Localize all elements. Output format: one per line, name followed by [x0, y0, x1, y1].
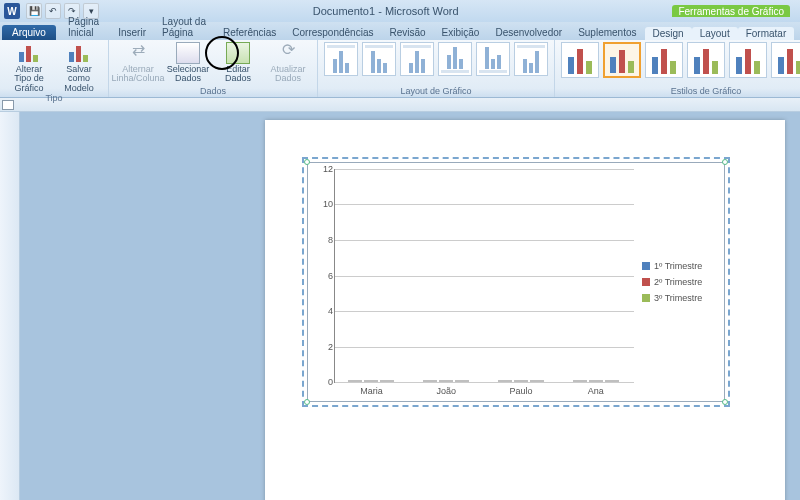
y-axis-label: 12: [315, 164, 333, 174]
legend-item[interactable]: 3º Trimestre: [642, 293, 720, 303]
legend-swatch: [642, 262, 650, 270]
chart-style-option[interactable]: [771, 42, 800, 78]
ribbon-group-layout: Layout de Gráfico: [318, 40, 555, 97]
gridline: [335, 311, 634, 312]
data-bar[interactable]: [605, 380, 619, 382]
chart-layout-option[interactable]: [438, 42, 472, 76]
button-label: Atualizar Dados: [265, 65, 311, 84]
y-axis-label: 0: [315, 377, 333, 387]
resize-handle[interactable]: [722, 159, 728, 165]
data-bar[interactable]: [364, 380, 378, 382]
data-bar[interactable]: [439, 380, 453, 382]
tab-file[interactable]: Arquivo: [2, 25, 56, 40]
tab-view[interactable]: Exibição: [434, 25, 488, 40]
refresh-icon: ⟳: [276, 42, 300, 64]
tab-chart-format[interactable]: Formatar: [738, 27, 795, 40]
chart-layout-option[interactable]: [362, 42, 396, 76]
vertical-ruler[interactable]: [0, 112, 20, 500]
button-label: Alterar Tipo de Gráfico: [6, 65, 52, 93]
tab-review[interactable]: Revisão: [381, 25, 433, 40]
category-group: Ana: [573, 380, 619, 382]
data-bar[interactable]: [514, 380, 528, 382]
button-label: Editar Dados: [215, 65, 261, 84]
page[interactable]: 024681012MariaJoãoPauloAna 1º Trimestre2…: [265, 120, 785, 500]
tab-insert[interactable]: Inserir: [110, 25, 154, 40]
data-bar[interactable]: [455, 380, 469, 382]
chart-style-option[interactable]: [729, 42, 767, 78]
ribbon: Alterar Tipo de Gráfico Salvar como Mode…: [0, 40, 800, 98]
gridline: [335, 169, 634, 170]
qat-save-button[interactable]: 💾: [26, 3, 42, 19]
y-axis-label: 6: [315, 271, 333, 281]
switch-row-column-button: ⇄ Alternar Linha/Coluna: [115, 42, 161, 84]
tab-page-layout[interactable]: Layout da Página: [154, 14, 215, 40]
data-bar[interactable]: [423, 380, 437, 382]
legend-item[interactable]: 2º Trimestre: [642, 277, 720, 287]
y-axis-label: 10: [315, 199, 333, 209]
category-group: Maria: [348, 380, 394, 382]
tab-chart-layout[interactable]: Layout: [692, 27, 738, 40]
data-bar[interactable]: [348, 380, 362, 382]
data-bar[interactable]: [498, 380, 512, 382]
chart-plot-area[interactable]: 024681012MariaJoãoPauloAna: [308, 163, 638, 401]
legend-item[interactable]: 1º Trimestre: [642, 261, 720, 271]
x-axis-label: Ana: [566, 386, 626, 396]
resize-handle[interactable]: [304, 399, 310, 405]
x-axis-label: Paulo: [491, 386, 551, 396]
data-bar[interactable]: [380, 380, 394, 382]
chart-style-option[interactable]: [645, 42, 683, 78]
spreadsheet-icon: [226, 42, 250, 64]
tab-mailings[interactable]: Correspondências: [284, 25, 381, 40]
resize-handle[interactable]: [722, 399, 728, 405]
tab-home[interactable]: Página Inicial: [60, 14, 110, 40]
refresh-data-button: ⟳ Atualizar Dados: [265, 42, 311, 84]
y-axis-label: 8: [315, 235, 333, 245]
tab-addins[interactable]: Suplementos: [570, 25, 644, 40]
tab-references[interactable]: Referências: [215, 25, 284, 40]
gridline: [335, 347, 634, 348]
category-group: Paulo: [498, 380, 544, 382]
gridline: [335, 382, 634, 383]
contextual-tab-group: Ferramentas de Gráfico: [672, 5, 790, 17]
chart-style-option-selected[interactable]: [603, 42, 641, 78]
data-bar[interactable]: [589, 380, 603, 382]
tab-chart-design[interactable]: Design: [645, 27, 692, 40]
group-label: Dados: [200, 86, 226, 96]
category-group: João: [423, 380, 469, 382]
group-label: Layout de Gráfico: [400, 86, 471, 96]
document-workspace[interactable]: 024681012MariaJoãoPauloAna 1º Trimestre2…: [20, 112, 800, 500]
chart-object[interactable]: 024681012MariaJoãoPauloAna 1º Trimestre2…: [307, 162, 725, 402]
contextual-tab-title: Ferramentas de Gráfico: [678, 6, 784, 17]
chart-legend[interactable]: 1º Trimestre2º Trimestre3º Trimestre: [638, 163, 724, 401]
button-label: Selecionar Dados: [165, 65, 211, 84]
button-label: Alternar Linha/Coluna: [111, 65, 164, 84]
ribbon-group-styles: Estilos de Gráfico: [555, 40, 800, 97]
chart-layout-option[interactable]: [476, 42, 510, 76]
button-label: Salvar como Modelo: [56, 65, 102, 93]
tab-developer[interactable]: Desenvolvedor: [487, 25, 570, 40]
legend-swatch: [642, 278, 650, 286]
template-icon: [67, 42, 91, 64]
gridline: [335, 276, 634, 277]
data-bar[interactable]: [530, 380, 544, 382]
chart-style-option[interactable]: [561, 42, 599, 78]
chart-layout-option[interactable]: [514, 42, 548, 76]
legend-label: 3º Trimestre: [654, 293, 702, 303]
y-axis-label: 2: [315, 342, 333, 352]
ribbon-group-dados: ⇄ Alternar Linha/Coluna Selecionar Dados…: [109, 40, 318, 97]
select-data-button[interactable]: Selecionar Dados: [165, 42, 211, 84]
resize-handle[interactable]: [304, 159, 310, 165]
edit-data-button[interactable]: Editar Dados: [215, 42, 261, 84]
x-axis-label: Maria: [341, 386, 401, 396]
qat-undo-button[interactable]: ↶: [45, 3, 61, 19]
chart-style-option[interactable]: [687, 42, 725, 78]
legend-label: 2º Trimestre: [654, 277, 702, 287]
chart-layout-option[interactable]: [400, 42, 434, 76]
plot-area: 024681012MariaJoãoPauloAna: [334, 169, 634, 383]
group-label: Tipo: [45, 93, 62, 103]
change-chart-type-button[interactable]: Alterar Tipo de Gráfico: [6, 42, 52, 93]
data-bar[interactable]: [573, 380, 587, 382]
save-as-template-button[interactable]: Salvar como Modelo: [56, 42, 102, 93]
chart-layout-option[interactable]: [324, 42, 358, 76]
tab-selector-icon[interactable]: [2, 100, 14, 110]
